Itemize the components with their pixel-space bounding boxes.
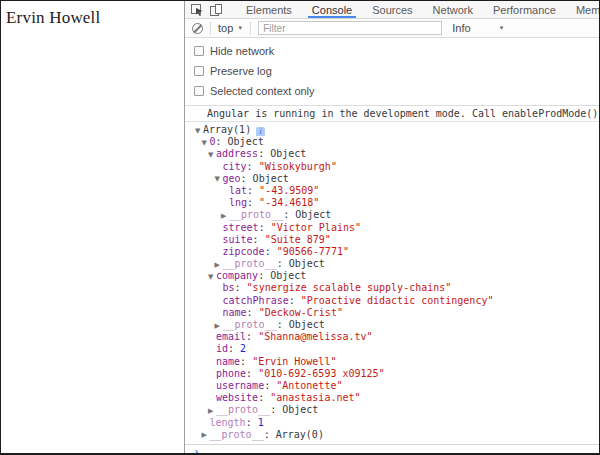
checkbox-label: Selected context only	[210, 85, 315, 97]
property-key: company	[216, 270, 258, 281]
tree-line: name: "Deckow-Crist"	[185, 307, 599, 319]
key-value-separator: :	[270, 404, 282, 415]
tree-line: bs: "synergize scalable supply-chains"	[185, 282, 599, 294]
devtools-tabs: ElementsConsoleSourcesNetworkPerformance…	[236, 1, 599, 18]
key-value-separator: :	[258, 392, 270, 403]
tab-sources[interactable]: Sources	[362, 1, 422, 18]
property-key: id	[216, 343, 228, 354]
key-value-separator: :	[228, 343, 240, 354]
key-value-separator: :	[264, 380, 276, 391]
log-level-selector[interactable]: Info ▼	[452, 22, 504, 34]
expander-open-icon[interactable]: ▼	[195, 125, 203, 137]
key-value-separator: :	[246, 417, 258, 428]
property-value: "Victor Plains"	[271, 222, 361, 233]
console-filter-input[interactable]	[258, 21, 442, 35]
clear-console-icon[interactable]	[192, 23, 203, 34]
property-value: Object	[289, 319, 325, 330]
expander-closed-icon[interactable]: ▶	[221, 210, 229, 222]
property-key: city	[223, 161, 247, 172]
key-value-separator: :	[258, 148, 270, 159]
property-value: "Ervin Howell"	[252, 356, 336, 367]
tab-elements[interactable]: Elements	[236, 1, 302, 18]
property-value: "Deckow-Crist"	[259, 307, 343, 318]
tree-line: length: 1	[185, 417, 599, 429]
tree-line: ▶__proto__: Object	[185, 319, 599, 331]
device-toolbar-icon[interactable]	[209, 3, 224, 16]
console-object-tree: ▼Array(1)i▼0: Object▼address: Objectcity…	[185, 122, 599, 441]
property-key: __proto__	[223, 319, 277, 330]
tree-line: ▶__proto__: Object	[185, 404, 599, 416]
expander-open-icon[interactable]: ▼	[208, 149, 216, 161]
expander-closed-icon[interactable]: ▶	[215, 320, 223, 332]
tree-line: id: 2	[185, 343, 599, 355]
key-value-separator: :	[216, 136, 228, 147]
property-value: "-43.9509"	[259, 185, 319, 196]
tree-line: ▶__proto__: Object	[185, 209, 599, 221]
expander-open-icon[interactable]: ▼	[208, 271, 216, 283]
property-key: __proto__	[229, 209, 283, 220]
property-value: Object	[270, 270, 306, 281]
key-value-separator: :	[289, 295, 301, 306]
tab-performance[interactable]: Performance	[483, 1, 566, 18]
tab-network[interactable]: Network	[423, 1, 483, 18]
tree-line: lat: "-43.9509"	[185, 185, 599, 197]
key-value-separator: :	[247, 185, 259, 196]
property-value: "Shanna@melissa.tv"	[258, 331, 372, 342]
checkbox-icon[interactable]	[194, 46, 204, 56]
tree-line: ▶__proto__: Object	[185, 258, 599, 270]
tree-line: ▶__proto__: Array(0)	[185, 429, 599, 441]
log-level-label: Info	[452, 22, 470, 34]
tree-line: ▼geo: Object	[185, 173, 599, 185]
page-title: Ervin Howell	[6, 8, 184, 28]
property-key: name	[216, 356, 240, 367]
property-value: Array(0)	[276, 429, 324, 440]
key-value-separator: :	[265, 246, 277, 257]
property-value: "90566-7771"	[277, 246, 349, 257]
chevron-down-icon: ▼	[237, 25, 243, 31]
web-page-pane: Ervin Howell	[1, 1, 184, 453]
key-value-separator: :	[253, 234, 265, 245]
key-value-separator: :	[235, 282, 247, 293]
property-value: "Antonette"	[276, 380, 342, 391]
key-value-separator: :	[240, 356, 252, 367]
checkbox-label: Preserve log	[210, 65, 272, 77]
console-option-row: Selected context only	[185, 81, 599, 101]
property-key: website	[216, 392, 258, 403]
execution-context-selector[interactable]: top ▼	[218, 22, 243, 34]
expander-open-icon[interactable]: ▼	[202, 137, 210, 149]
tree-line: catchPhrase: "Proactive didactic conting…	[185, 295, 599, 307]
tree-line: ▼address: Object	[185, 148, 599, 160]
tree-line: website: "anastasia.net"	[185, 392, 599, 404]
expander-closed-icon[interactable]: ▶	[208, 405, 216, 417]
property-key: catchPhrase	[223, 295, 289, 306]
property-value: Object	[289, 258, 325, 269]
tab-console[interactable]: Console	[302, 1, 362, 18]
key-value-separator: :	[247, 307, 259, 318]
console-prompt[interactable]: ›	[185, 444, 599, 453]
tree-line: ▼company: Object	[185, 270, 599, 282]
property-value: Object	[282, 404, 318, 415]
key-value-separator: :	[241, 173, 253, 184]
tab-memory[interactable]: Memory	[566, 1, 599, 18]
expander-closed-icon[interactable]: ▶	[215, 259, 223, 271]
expander-open-icon[interactable]: ▼	[215, 173, 223, 185]
property-key: username	[216, 380, 264, 391]
tree-line: ▼Array(1)i	[185, 124, 599, 136]
key-value-separator: :	[258, 270, 270, 281]
tree-line: ▼0: Object	[185, 136, 599, 148]
checkbox-icon[interactable]	[194, 86, 204, 96]
tree-line: zipcode: "90566-7771"	[185, 246, 599, 258]
property-key: address	[216, 148, 258, 159]
expander-closed-icon[interactable]: ▶	[202, 429, 210, 441]
property-value: "-34.4618"	[259, 197, 319, 208]
property-value: Object	[295, 209, 331, 220]
key-value-separator: :	[277, 258, 289, 269]
property-key: __proto__	[216, 404, 270, 415]
toolbar-divider	[250, 22, 251, 35]
inspect-element-icon[interactable]	[190, 3, 205, 16]
checkbox-icon[interactable]	[194, 66, 204, 76]
property-key: __proto__	[210, 429, 264, 440]
toolbar-divider	[210, 22, 211, 35]
key-value-separator: :	[283, 209, 295, 220]
tree-line: city: "Wisokyburgh"	[185, 161, 599, 173]
